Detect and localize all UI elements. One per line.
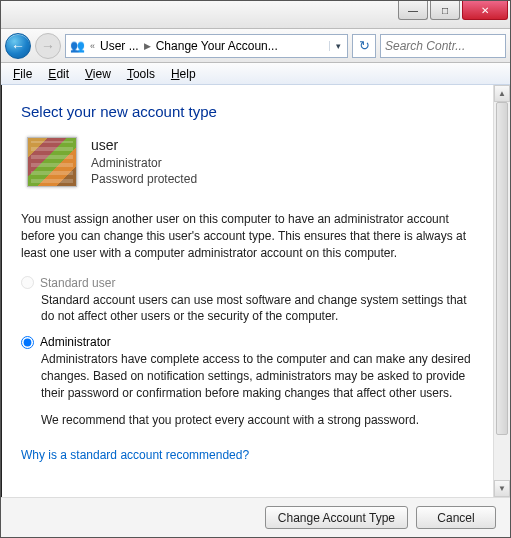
help-link[interactable]: Why is a standard account recommended?	[21, 448, 249, 462]
chevron-up-icon: ▲	[498, 89, 506, 98]
refresh-icon: ↻	[359, 38, 370, 53]
minimize-icon: —	[408, 5, 418, 16]
user-name: user	[91, 136, 197, 155]
chevron-down-icon: ▾	[336, 41, 341, 51]
menu-view[interactable]: View	[77, 65, 119, 83]
recommendation-text: We recommend that you protect every acco…	[41, 412, 473, 429]
control-panel-window: — □ ✕ ← → 👥 « User ... ▶ Change Your Acc…	[0, 0, 511, 538]
user-summary: user Administrator Password protected	[27, 136, 473, 187]
user-accounts-icon: 👥	[68, 37, 86, 55]
button-bar: Change Account Type Cancel	[1, 497, 510, 537]
user-role: Administrator	[91, 155, 197, 171]
arrow-right-icon: →	[41, 38, 55, 54]
user-info: user Administrator Password protected	[91, 136, 197, 187]
breadcrumb[interactable]: 👥 « User ... ▶ Change Your Accoun... ▾	[65, 34, 348, 58]
menu-help[interactable]: Help	[163, 65, 204, 83]
scroll-down-button[interactable]: ▼	[494, 480, 510, 497]
main-panel: Select your new account type user Admini…	[1, 85, 493, 497]
maximize-icon: □	[442, 5, 448, 16]
notice-text: You must assign another user on this com…	[21, 211, 473, 261]
cancel-button[interactable]: Cancel	[416, 506, 496, 529]
breadcrumb-dropdown[interactable]: ▾	[329, 41, 347, 51]
forward-button: →	[35, 33, 61, 59]
back-button[interactable]: ←	[5, 33, 31, 59]
content-area: Select your new account type user Admini…	[1, 85, 510, 497]
page-title: Select your new account type	[21, 103, 473, 120]
titlebar: — □ ✕	[1, 1, 510, 29]
administrator-description: Administrators have complete access to t…	[41, 351, 473, 401]
chevron-left-icon: «	[88, 41, 97, 51]
menubar: File Edit View Tools Help	[1, 63, 510, 85]
scroll-track[interactable]	[494, 102, 510, 480]
option-administrator: Administrator Administrators have comple…	[21, 335, 473, 401]
option-standard: Standard user Standard account users can…	[21, 276, 473, 326]
menu-tools[interactable]: Tools	[119, 65, 163, 83]
radio-administrator-label: Administrator	[40, 335, 111, 349]
search-input[interactable]	[385, 39, 501, 53]
radio-standard	[21, 276, 34, 289]
menu-file[interactable]: File	[5, 65, 40, 83]
scroll-up-button[interactable]: ▲	[494, 85, 510, 102]
arrow-left-icon: ←	[11, 38, 25, 54]
nav-toolbar: ← → 👥 « User ... ▶ Change Your Accoun...…	[1, 29, 510, 63]
minimize-button[interactable]: —	[398, 1, 428, 20]
change-account-type-button[interactable]: Change Account Type	[265, 506, 408, 529]
close-button[interactable]: ✕	[462, 1, 508, 20]
radio-administrator[interactable]	[21, 336, 34, 349]
maximize-button[interactable]: □	[430, 1, 460, 20]
standard-description: Standard account users can use most soft…	[41, 292, 473, 326]
search-box[interactable]	[380, 34, 506, 58]
breadcrumb-current[interactable]: Change Your Accoun...	[153, 39, 329, 53]
close-icon: ✕	[481, 5, 489, 16]
radio-standard-label: Standard user	[40, 276, 115, 290]
scroll-thumb[interactable]	[496, 102, 508, 435]
chevron-down-icon: ▼	[498, 484, 506, 493]
breadcrumb-parent[interactable]: User ...	[97, 39, 142, 53]
menu-edit[interactable]: Edit	[40, 65, 77, 83]
chevron-right-icon: ▶	[142, 41, 153, 51]
refresh-button[interactable]: ↻	[352, 34, 376, 58]
vertical-scrollbar[interactable]: ▲ ▼	[493, 85, 510, 497]
user-avatar	[27, 137, 77, 187]
user-protection: Password protected	[91, 171, 197, 187]
